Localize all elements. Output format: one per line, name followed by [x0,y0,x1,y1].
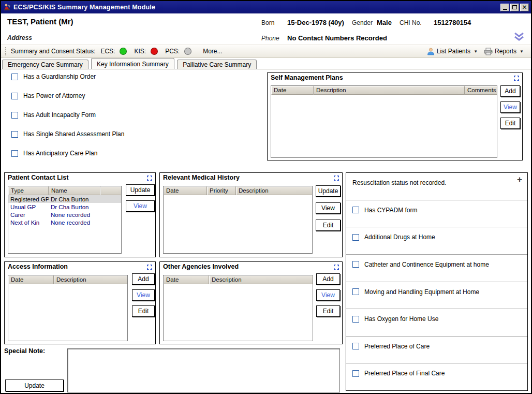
reports-button[interactable]: Reports ▼ [481,47,527,56]
guardianship-order-checkbox[interactable] [11,74,18,80]
self-management-plans-edit-button[interactable]: Edit [500,118,520,129]
column-header-description[interactable]: Description [209,275,313,284]
access-information-add-button[interactable]: Add [132,273,155,285]
patient-name: TEST, Patient (Mr) [7,17,73,26]
list-patients-button[interactable]: List Patients ▼ [424,47,481,56]
cypadm-form-label: Has CYPADM form [364,207,417,214]
access-information-panel: Access Information Date Description Add … [4,261,156,344]
self-management-plans-add-button[interactable]: Add [500,85,520,97]
oxygen-home-use-checkbox[interactable] [352,316,359,323]
additional-drugs-label: Additional Drugs at Home [364,234,435,241]
close-button[interactable]: ✕ [520,4,529,11]
column-header-date[interactable]: Date [164,186,207,195]
contact-row-usual-gp[interactable]: Usual GP Dr Cha Burton [8,203,121,211]
table-header: Date Description [164,275,313,284]
summary-tabstrip: Emergency Care Summary Key Information S… [1,58,531,69]
relevant-medical-history-expand-icon[interactable] [333,175,339,181]
other-agencies-involved-view-button[interactable]: View [316,289,340,301]
born-value: 15-Dec-1978 (40y) [287,19,344,26]
patient-header: TEST, Patient (Mr) Born 15-Dec-1978 (40y… [1,13,531,45]
additional-drugs-checkbox[interactable] [352,234,359,241]
minimize-icon [503,9,507,10]
person-icon [427,48,435,55]
special-note-update-button[interactable]: Update [5,380,64,391]
contact-name: Dr Cha Burton [49,196,100,202]
maximize-button[interactable] [510,4,519,11]
window-title: ECS/PCS/KIS Summary Management Module [13,4,155,11]
column-header-date[interactable]: Date [8,275,54,284]
patient-contact-list-update-button[interactable]: Update [126,184,155,196]
contact-type: Registered GP [8,196,49,202]
relevant-medical-history-view-button[interactable]: View [316,202,341,214]
printer-icon [484,48,493,55]
column-header-description[interactable]: Description [236,186,312,195]
access-information-view-button[interactable]: View [132,289,155,301]
app-icon[interactable] [3,3,11,11]
self-management-plans-table[interactable]: Date Description Comments [271,85,497,158]
anticipatory-care-plan-checkbox[interactable] [11,150,18,157]
tab-emergency-care-summary[interactable]: Emergency Care Summary [2,60,88,69]
preferred-place-of-care-label: Preferred Place of Care [364,343,430,350]
toolbar-grip[interactable] [5,47,7,55]
app-window: ECS/PCS/KIS Summary Management Module ✕ … [0,0,532,394]
patient-contact-list-expand-icon[interactable] [146,175,153,181]
column-header-priority[interactable]: Priority [207,186,236,195]
other-agencies-involved-add-button[interactable]: Add [316,273,340,285]
more-button[interactable]: More... [203,48,222,55]
resuscitation-add-icon[interactable]: + [517,175,522,184]
special-note-textarea[interactable] [67,348,340,392]
power-of-attorney-checkbox[interactable] [11,93,18,99]
table-header: Type Name [8,186,121,195]
patient-contact-list-panel: Patient Contact List Type Name Registere… [4,172,156,257]
catheter-continence-checkbox[interactable] [352,261,359,268]
column-header-description[interactable]: Description [54,275,127,284]
contact-row-registered-gp[interactable]: Registered GP Dr Cha Burton [8,195,121,203]
titlebar[interactable]: ECS/PCS/KIS Summary Management Module ✕ [1,1,531,13]
patient-contact-list-table[interactable]: Type Name Registered GP Dr Cha Burton Us… [8,186,122,254]
self-management-plans-expand-icon[interactable] [513,75,520,81]
column-header-type[interactable]: Type [8,186,49,195]
special-note-label: Special Note: [4,347,45,355]
close-icon: ✕ [522,5,527,10]
self-management-plans-view-button[interactable]: View [500,101,520,113]
relevant-medical-history-table[interactable]: Date Priority Description [163,186,313,254]
column-header-comments[interactable]: Comments [465,86,497,95]
kis-status-indicator [151,48,158,55]
column-header-description[interactable]: Description [314,86,465,95]
tab-key-information-summary[interactable]: Key Information Summary [91,58,174,69]
relevant-medical-history-edit-button[interactable]: Edit [316,220,341,231]
adult-incapacity-form-checkbox[interactable] [11,112,18,119]
column-header-blank[interactable] [100,186,121,195]
preferred-place-of-care-checkbox[interactable] [352,343,359,349]
cypadm-form-checkbox[interactable] [352,207,359,213]
preferred-place-of-final-care-section: Preferred Place of Final Care [346,363,527,390]
patient-contact-list-view-button[interactable]: View [126,200,155,212]
access-information-table[interactable]: Date Description [8,275,128,341]
adult-incapacity-form-label: Has Adult Incapacity Form [23,111,96,119]
contact-row-carer[interactable]: Carer None recorded [8,211,121,218]
single-shared-assessment-plan-label: Has Single Shared Assessment Plan [23,130,124,138]
table-header: Date Description Comments [271,86,497,95]
other-agencies-involved-edit-button[interactable]: Edit [316,305,340,317]
moving-handling-checkbox[interactable] [352,288,359,295]
access-information-edit-button[interactable]: Edit [132,305,155,317]
ecs-label: ECS: [100,48,115,55]
single-shared-assessment-plan-checkbox[interactable] [11,131,18,138]
maximize-icon [512,5,517,9]
preferred-place-of-care-section: Preferred Place of Care [346,336,527,363]
access-information-expand-icon[interactable] [146,264,153,270]
cypadm-section: Has CYPADM form [346,200,527,227]
column-header-name[interactable]: Name [49,186,100,195]
column-header-date[interactable]: Date [271,86,314,95]
other-agencies-involved-expand-icon[interactable] [333,264,339,270]
tab-palliative-care-summary[interactable]: Palliative Care Summary [177,60,257,69]
preferred-place-of-final-care-checkbox[interactable] [352,370,359,377]
minimize-button[interactable] [500,4,509,11]
column-header-date[interactable]: Date [164,275,209,284]
relevant-medical-history-update-button[interactable]: Update [316,185,341,197]
kis-label: KIS: [134,48,146,55]
other-agencies-involved-table[interactable]: Date Description [163,275,313,341]
expand-header-chevron-icon[interactable] [513,32,525,42]
contact-row-next-of-kin[interactable]: Next of Kin None recorded [8,218,121,226]
reports-dropdown-icon: ▼ [520,49,524,54]
